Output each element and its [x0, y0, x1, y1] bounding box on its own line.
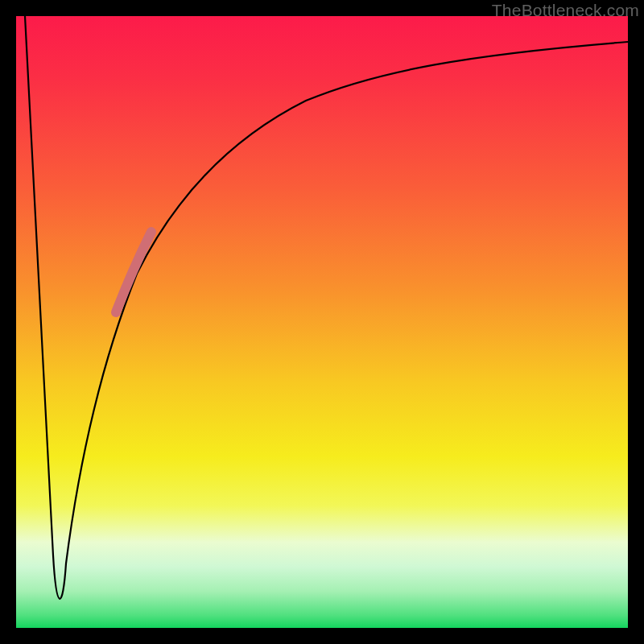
plot-area	[16, 16, 628, 628]
highlight-segment	[116, 232, 151, 312]
chart-frame: TheBottleneck.com	[0, 0, 644, 644]
curve-svg	[16, 16, 628, 628]
